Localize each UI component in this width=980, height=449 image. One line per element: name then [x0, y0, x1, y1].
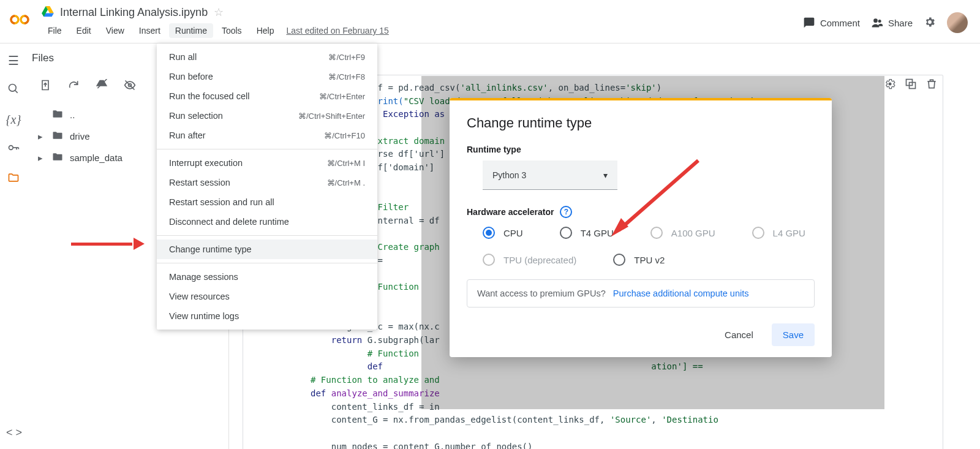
star-icon[interactable]: ☆	[214, 6, 224, 19]
promo-text: Want access to premium GPUs?	[477, 289, 606, 298]
search-icon[interactable]	[7, 83, 20, 98]
menu-item-label: Run after	[169, 130, 206, 140]
radio-label: CPU	[503, 228, 523, 238]
runtime-type-label: Runtime type	[467, 145, 815, 154]
radio-circle-icon	[650, 227, 663, 239]
menu-item-label: Run selection	[169, 111, 223, 121]
left-rail: ☰ {x}	[0, 43, 27, 449]
menu-item-shortcut: ⌘/Ctrl+F9	[328, 53, 365, 62]
comment-label: Comment	[820, 18, 860, 28]
runtime-type-value: Python 3	[492, 170, 526, 180]
svg-point-2	[873, 18, 878, 23]
radio-t4-gpu[interactable]: T4 GPU	[560, 227, 614, 239]
svg-point-4	[9, 85, 17, 92]
annotation-arrow-menu	[71, 239, 145, 249]
hardware-accelerator-options: CPUT4 GPUA100 GPUL4 GPUTPU (deprecated)T…	[483, 227, 815, 266]
drive-icon	[42, 6, 54, 19]
svg-point-6	[9, 146, 13, 150]
menu-tools[interactable]: Tools	[216, 23, 248, 38]
mount-drive-icon[interactable]	[96, 79, 108, 94]
radio-circle-icon	[613, 254, 625, 266]
menu-item[interactable]: Run all⌘/Ctrl+F9	[157, 47, 377, 67]
radio-cpu[interactable]: CPU	[483, 227, 523, 239]
radio-label: TPU v2	[634, 255, 665, 265]
svg-point-3	[878, 20, 881, 23]
menu-separator	[157, 263, 377, 263]
menu-item[interactable]: Change runtime type	[157, 240, 377, 259]
menu-runtime[interactable]: Runtime	[169, 23, 213, 38]
radio-tpu-(deprecated): TPU (deprecated)	[483, 254, 576, 266]
comment-button[interactable]: Comment	[803, 17, 860, 29]
colab-logo	[7, 7, 32, 32]
menu-item-shortcut: ⌘/Ctrl+M I	[327, 159, 365, 168]
files-icon[interactable]	[7, 172, 20, 187]
toc-icon[interactable]: ☰	[8, 53, 19, 68]
file-name: sample_data	[70, 153, 123, 163]
menu-insert[interactable]: Insert	[133, 23, 167, 38]
menu-help[interactable]: Help	[251, 23, 281, 38]
menu-item[interactable]: Manage sessions	[157, 267, 377, 287]
menu-item[interactable]: Run before⌘/Ctrl+F8	[157, 67, 377, 86]
last-edited[interactable]: Last edited on February 15	[286, 26, 388, 36]
help-icon[interactable]: ?	[560, 206, 572, 218]
upload-icon[interactable]	[39, 79, 51, 94]
premium-gpu-promo: Want access to premium GPUs? Purchase ad…	[467, 279, 815, 308]
settings-icon[interactable]	[924, 16, 936, 30]
file-name: drive	[70, 131, 90, 141]
radio-label: A100 GPU	[671, 228, 715, 238]
menu-file[interactable]: File	[42, 23, 68, 38]
document-title[interactable]: Internal Linking Analysis.ipynb	[60, 6, 208, 19]
menu-item-label: Restart session and run all	[169, 197, 274, 207]
title-area: Internal Linking Analysis.ipynb ☆ FileEd…	[42, 4, 803, 38]
menu-item[interactable]: Run selection⌘/Ctrl+Shift+Enter	[157, 106, 377, 126]
menu-item[interactable]: Restart session and run all	[157, 192, 377, 212]
cell-settings-icon[interactable]	[884, 78, 896, 95]
menu-bar: FileEditViewInsertRuntimeToolsHelpLast e…	[42, 23, 803, 38]
secrets-icon[interactable]	[7, 141, 20, 157]
refresh-icon[interactable]	[67, 79, 80, 94]
folder-icon	[51, 108, 64, 122]
user-avatar[interactable]	[947, 12, 968, 33]
cancel-button[interactable]: Cancel	[714, 323, 764, 346]
dropdown-caret-icon: ▾	[603, 170, 608, 180]
menu-item[interactable]: View resources	[157, 287, 377, 306]
folder-icon	[51, 151, 64, 165]
svg-line-5	[15, 91, 18, 93]
menu-item[interactable]: Restart session⌘/Ctrl+M .	[157, 173, 377, 192]
menu-item-label: Run the focused cell	[169, 91, 249, 101]
menu-item[interactable]: Run the focused cell⌘/Ctrl+Enter	[157, 86, 377, 106]
variables-icon[interactable]: {x}	[6, 113, 21, 127]
change-runtime-modal: Change runtime type Runtime type Python …	[450, 98, 832, 357]
menu-item-label: View resources	[169, 292, 230, 301]
menu-item-label: View runtime logs	[169, 311, 239, 321]
menu-item-shortcut: ⌘/Ctrl+Shift+Enter	[298, 111, 365, 121]
menu-item[interactable]: View runtime logs	[157, 306, 377, 326]
folder-icon	[51, 129, 64, 143]
menu-view[interactable]: View	[100, 23, 130, 38]
runtime-menu: Run all⌘/Ctrl+F9Run before⌘/Ctrl+F8Run t…	[157, 43, 377, 330]
menu-item[interactable]: Interrupt execution⌘/Ctrl+M I	[157, 153, 377, 173]
radio-tpu-v2[interactable]: TPU v2	[613, 254, 665, 266]
menu-item[interactable]: Run after⌘/Ctrl+F10	[157, 126, 377, 145]
radio-circle-icon	[560, 227, 572, 239]
radio-a100-gpu: A100 GPU	[650, 227, 715, 239]
menu-item-shortcut: ⌘/Ctrl+F10	[324, 131, 365, 140]
purchase-link[interactable]: Purchase additional compute units	[613, 289, 749, 298]
menu-item-label: Disconnect and delete runtime	[169, 217, 289, 227]
cell-mirror-icon[interactable]	[905, 78, 917, 95]
runtime-type-select[interactable]: Python 3 ▾	[483, 160, 617, 190]
save-button[interactable]: Save	[772, 323, 815, 346]
share-label: Share	[888, 18, 913, 28]
code-chevrons-icon[interactable]: < >	[6, 426, 22, 439]
file-name: ..	[70, 110, 75, 120]
menu-item-label: Run all	[169, 52, 197, 62]
menu-item[interactable]: Disconnect and delete runtime	[157, 212, 377, 232]
hide-hidden-icon[interactable]	[124, 79, 136, 94]
menu-item-label: Restart session	[169, 178, 230, 187]
cell-delete-icon[interactable]	[925, 78, 938, 95]
share-button[interactable]: Share	[871, 17, 913, 29]
menu-item-shortcut: ⌘/Ctrl+Enter	[319, 92, 366, 101]
menu-item-label: Change runtime type	[169, 244, 252, 254]
radio-label: T4 GPU	[581, 228, 614, 238]
menu-edit[interactable]: Edit	[70, 23, 97, 38]
